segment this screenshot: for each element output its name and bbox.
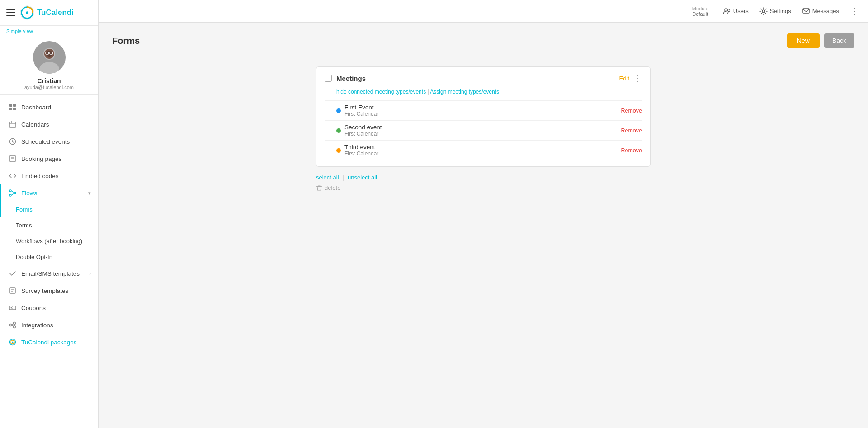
settings-button[interactable]: Settings [760,7,791,15]
messages-button[interactable]: Messages [802,7,839,15]
user-email: ayuda@tucalendi.com [24,85,74,90]
sidebar-item-label: Calendars [21,121,49,128]
sidebar-item-coupons[interactable]: Coupons [0,299,98,316]
event-left-2: Third event First Calendar [336,144,378,157]
sidebar-item-tucalendi-packages[interactable]: TuCalendi packages [0,334,98,351]
simple-view-link[interactable]: Simple view [0,26,98,35]
sidebar-item-label: Booking pages [21,155,61,162]
page-header: Forms New Back [112,33,854,48]
form-header-left: Meetings [325,75,366,82]
delete-section: delete [316,184,651,191]
remove-event-1[interactable]: Remove [621,127,642,134]
sidebar-item-label: Double Opt-In [16,254,52,260]
remove-event-0[interactable]: Remove [621,108,642,114]
svg-line-41 [12,325,14,326]
event-left: First Event First Calendar [336,104,378,117]
form-header-right: Edit ⋮ [619,73,642,83]
more-options-icon[interactable]: ⋮ [850,6,860,17]
form-checkbox[interactable] [325,75,332,82]
sidebar-item-dashboard[interactable]: Dashboard [0,99,98,116]
logo-text: TuCalendi [37,8,74,17]
module-selector[interactable]: Module Default [692,6,708,17]
sidebar-item-label: Coupons [21,305,46,311]
svg-line-30 [11,193,14,195]
avatar-image [33,41,66,74]
event-name-2: Third event [344,144,378,151]
sidebar-item-label: Embed codes [21,173,59,179]
event-dot-0 [336,108,341,113]
svg-line-29 [11,191,14,193]
sidebar-item-label: Survey templates [21,287,68,294]
integration-icon [9,321,17,329]
users-button[interactable]: Users [723,7,749,15]
users-label: Users [733,8,749,14]
delete-label: delete [325,184,340,191]
sidebar-item-scheduled-events[interactable]: Scheduled events [0,133,98,150]
sidebar-item-forms[interactable]: Forms [0,202,98,217]
page-title: Forms [112,36,140,46]
sidebar-item-flows[interactable]: Flows ▾ [0,184,98,202]
svg-point-44 [12,342,14,343]
sidebar-item-booking-pages[interactable]: Booking pages [0,150,98,167]
sidebar-header: TuCalendi [0,0,98,26]
sidebar-item-embed-codes[interactable]: Embed codes [0,167,98,184]
svg-line-40 [12,324,14,325]
sidebar-item-email-sms[interactable]: Email/SMS templates › [0,265,98,282]
code-icon [9,172,17,180]
topbar: Module Default Users Settings Messages ⋮ [99,0,868,23]
settings-label: Settings [770,8,791,14]
sidebar-item-label: Scheduled events [21,138,70,145]
svg-point-47 [762,10,765,13]
svg-point-2 [26,11,28,14]
svg-line-21 [13,142,14,143]
remove-event-2[interactable]: Remove [621,147,642,154]
new-button[interactable]: New [787,33,820,48]
chevron-down-icon: ▾ [88,190,91,196]
sidebar-item-label: Dashboard [21,104,51,111]
unselect-all-link[interactable]: unselect all [348,174,377,181]
settings-icon [760,7,768,15]
sidebar-item-terms[interactable]: Terms [0,217,98,233]
nav-section: Dashboard Calendars Scheduled events Boo… [0,95,98,428]
user-name: Cristian [37,77,61,85]
clock-icon [9,137,17,146]
event-row-2: Third event First Calendar Remove [325,140,642,160]
delete-button[interactable]: delete [316,184,651,191]
event-row-1: Second event First Calendar Remove [325,120,642,140]
tucalendi-icon [9,338,17,346]
dashboard-icon [9,103,17,111]
survey-icon [9,287,17,295]
sidebar-item-integrations[interactable]: Integrations [0,316,98,334]
messages-label: Messages [812,8,839,14]
edit-link[interactable]: Edit [619,75,629,82]
event-calendar-0: First Calendar [344,111,378,117]
svg-point-45 [725,9,727,11]
svg-point-7 [46,51,52,57]
svg-rect-14 [13,108,16,110]
sidebar-item-calendars[interactable]: Calendars [0,116,98,133]
event-dot-2 [336,148,341,153]
sidebar-item-label: Email/SMS templates [21,270,80,277]
hide-connected-link[interactable]: hide connected meeting types/events [336,89,426,95]
assign-meeting-link[interactable]: Assign meeting types/events [430,89,499,95]
sidebar: TuCalendi Simple view Cristian ayuda@tuc… [0,0,99,428]
module-value: Default [692,11,708,17]
sidebar-item-survey-templates[interactable]: Survey templates [0,282,98,299]
sidebar-item-double-opt-in[interactable]: Double Opt-In [0,249,98,265]
main-wrap: Module Default Users Settings Messages ⋮… [99,0,868,428]
svg-point-28 [9,194,11,196]
svg-point-27 [14,192,16,194]
sidebar-item-label: TuCalendi packages [21,339,77,346]
sidebar-item-label: Workflows (after booking) [16,238,82,245]
trash-icon [316,185,322,191]
hamburger-icon[interactable] [6,9,15,16]
select-all-link[interactable]: select all [316,174,339,181]
event-row-0: First Event First Calendar Remove [325,100,642,120]
sidebar-item-workflows[interactable]: Workflows (after booking) [0,233,98,249]
content-divider [112,57,854,57]
form-card-title: Meetings [336,75,366,82]
svg-point-37 [10,324,12,326]
more-options-card-icon[interactable]: ⋮ [634,73,642,83]
svg-point-39 [14,326,16,328]
back-button[interactable]: Back [824,33,854,48]
